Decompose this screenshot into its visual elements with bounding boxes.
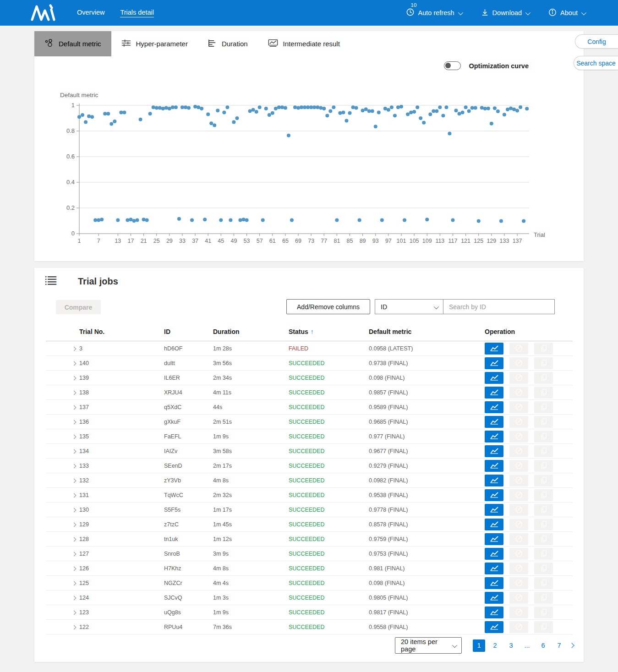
- expand-row-chevron-icon[interactable]: [72, 610, 77, 615]
- page-button-7[interactable]: 7: [553, 639, 565, 652]
- copy-parameter-button[interactable]: [534, 548, 553, 560]
- scatter-plot[interactable]: 00.20.40.60.8117131721252933374145495357…: [34, 86, 584, 260]
- column-header-trial-no-[interactable]: Trial No.: [79, 328, 164, 335]
- intermediate-result-button[interactable]: [485, 504, 503, 516]
- copy-parameter-button[interactable]: [534, 621, 553, 633]
- copy-parameter-button[interactable]: [534, 416, 553, 428]
- intermediate-result-button[interactable]: [485, 475, 503, 486]
- column-header-operation[interactable]: Operation: [485, 328, 561, 335]
- expand-row-chevron-icon[interactable]: [72, 581, 77, 585]
- page-button-2[interactable]: 2: [489, 639, 501, 652]
- tab-duration[interactable]: Duration: [198, 31, 258, 56]
- copy-parameter-button[interactable]: [534, 592, 553, 604]
- intermediate-result-button[interactable]: [485, 372, 503, 384]
- intermediate-result-button[interactable]: [485, 533, 503, 545]
- kill-trial-button[interactable]: [509, 489, 528, 501]
- kill-trial-button[interactable]: [509, 563, 528, 574]
- items-per-page-dropdown[interactable]: 20 items per page: [395, 637, 462, 654]
- auto-refresh-menu[interactable]: 10 Auto refresh: [406, 8, 462, 18]
- kill-trial-button[interactable]: [509, 519, 528, 530]
- about-menu[interactable]: About: [548, 8, 585, 18]
- intermediate-result-button[interactable]: [485, 489, 503, 501]
- copy-parameter-button[interactable]: [534, 431, 553, 443]
- kill-trial-button[interactable]: [509, 577, 528, 589]
- expand-row-chevron-icon[interactable]: [72, 508, 77, 512]
- tab-default-metric[interactable]: Default metric: [34, 31, 111, 56]
- intermediate-result-button[interactable]: [485, 357, 503, 369]
- expand-row-chevron-icon[interactable]: [72, 449, 77, 453]
- config-button[interactable]: Config: [575, 34, 618, 49]
- kill-trial-button[interactable]: [509, 357, 528, 369]
- kill-trial-button[interactable]: [509, 401, 528, 413]
- kill-trial-button[interactable]: [509, 533, 528, 545]
- search-field-dropdown[interactable]: ID: [375, 299, 443, 314]
- search-input[interactable]: [443, 299, 555, 314]
- copy-parameter-button[interactable]: [534, 489, 553, 501]
- intermediate-result-button[interactable]: [485, 445, 503, 457]
- intermediate-result-button[interactable]: [485, 460, 503, 472]
- copy-parameter-button[interactable]: [534, 606, 553, 618]
- expand-row-chevron-icon[interactable]: [72, 390, 77, 395]
- tab-hyper-parameter[interactable]: Hyper-parameter: [111, 31, 198, 56]
- intermediate-result-button[interactable]: [485, 431, 503, 443]
- expand-row-chevron-icon[interactable]: [72, 596, 77, 600]
- expand-row-chevron-icon[interactable]: [72, 537, 77, 541]
- column-header-default-metric[interactable]: Default metric: [369, 328, 485, 335]
- intermediate-result-button[interactable]: [485, 519, 503, 530]
- intermediate-result-button[interactable]: [485, 343, 503, 355]
- copy-parameter-button[interactable]: [534, 401, 553, 413]
- optimization-curve-toggle[interactable]: [444, 61, 461, 70]
- copy-parameter-button[interactable]: [534, 504, 553, 516]
- kill-trial-button[interactable]: [509, 372, 528, 384]
- column-header-id[interactable]: ID: [164, 328, 213, 335]
- copy-parameter-button[interactable]: [534, 357, 553, 369]
- column-header-duration[interactable]: Duration: [213, 328, 289, 335]
- search-space-button[interactable]: Search space: [574, 56, 618, 70]
- nav-trials-detail[interactable]: Trials detail: [120, 9, 154, 17]
- intermediate-result-button[interactable]: [485, 621, 503, 633]
- expand-row-chevron-icon[interactable]: [72, 405, 77, 410]
- expand-row-chevron-icon[interactable]: [72, 361, 77, 366]
- intermediate-result-button[interactable]: [485, 387, 503, 399]
- tab-intermediate-result[interactable]: Intermediate result: [258, 31, 350, 56]
- copy-parameter-button[interactable]: [534, 533, 553, 545]
- next-page-button[interactable]: [569, 643, 574, 648]
- copy-parameter-button[interactable]: [534, 577, 553, 589]
- expand-row-chevron-icon[interactable]: [72, 478, 77, 483]
- expand-row-chevron-icon[interactable]: [72, 464, 77, 468]
- copy-parameter-button[interactable]: [534, 475, 553, 486]
- expand-row-chevron-icon[interactable]: [72, 522, 77, 527]
- copy-parameter-button[interactable]: [534, 387, 553, 399]
- column-header-status[interactable]: Status↑: [289, 328, 369, 335]
- copy-parameter-button[interactable]: [534, 519, 553, 530]
- kill-trial-button[interactable]: [509, 475, 528, 486]
- page-button-3[interactable]: 3: [505, 639, 517, 652]
- copy-parameter-button[interactable]: [534, 372, 553, 384]
- copy-parameter-button[interactable]: [534, 460, 553, 472]
- copy-parameter-button[interactable]: [534, 445, 553, 457]
- nav-overview[interactable]: Overview: [77, 9, 104, 17]
- add-remove-columns-button[interactable]: Add/Remove columns: [286, 299, 370, 314]
- page-button-6[interactable]: 6: [537, 639, 549, 652]
- intermediate-result-button[interactable]: [485, 401, 503, 413]
- kill-trial-button[interactable]: [509, 431, 528, 443]
- expand-row-chevron-icon[interactable]: [72, 493, 77, 497]
- expand-row-chevron-icon[interactable]: [72, 434, 77, 439]
- expand-row-chevron-icon[interactable]: [72, 552, 77, 556]
- expand-row-chevron-icon[interactable]: [72, 625, 77, 629]
- compare-button[interactable]: Compare: [56, 300, 101, 314]
- page-button-1[interactable]: 1: [473, 639, 485, 652]
- kill-trial-button[interactable]: [509, 445, 528, 457]
- kill-trial-button[interactable]: [509, 606, 528, 618]
- kill-trial-button[interactable]: [509, 416, 528, 428]
- copy-parameter-button[interactable]: [534, 343, 553, 355]
- intermediate-result-button[interactable]: [485, 577, 503, 589]
- kill-trial-button[interactable]: [509, 548, 528, 560]
- expand-row-chevron-icon[interactable]: [72, 346, 77, 351]
- intermediate-result-button[interactable]: [485, 548, 503, 560]
- kill-trial-button[interactable]: [509, 460, 528, 472]
- kill-trial-button[interactable]: [509, 504, 528, 516]
- copy-parameter-button[interactable]: [534, 563, 553, 574]
- kill-trial-button[interactable]: [509, 592, 528, 604]
- expand-row-chevron-icon[interactable]: [72, 566, 77, 571]
